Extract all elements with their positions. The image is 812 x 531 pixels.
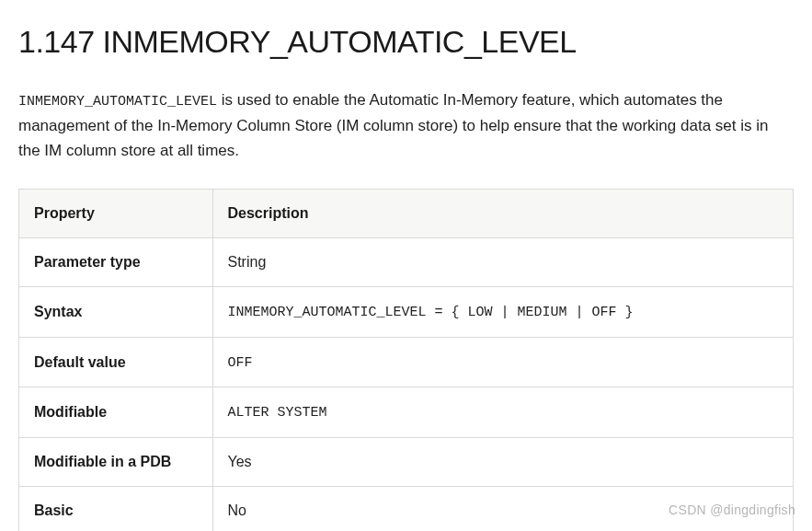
cell-property: Syntax <box>19 287 213 338</box>
col-header-property: Property <box>19 190 213 238</box>
table-row: Default value OFF <box>19 337 794 387</box>
table-row: Syntax INMEMORY_AUTOMATIC_LEVEL = { LOW … <box>19 287 794 338</box>
table-row: Basic No <box>19 486 794 531</box>
property-table: Property Description Parameter type Stri… <box>18 189 794 531</box>
cell-value: Yes <box>212 437 794 486</box>
cell-value: ALTER SYSTEM <box>212 387 794 438</box>
col-header-description: Description <box>212 190 794 238</box>
cell-value: String <box>212 238 794 287</box>
table-row: Modifiable in a PDB Yes <box>19 437 794 486</box>
cell-property: Modifiable in a PDB <box>19 437 213 486</box>
intro-code: INMEMORY_AUTOMATIC_LEVEL <box>18 94 217 110</box>
cell-property: Basic <box>19 486 213 531</box>
cell-value: OFF <box>212 337 794 387</box>
cell-property: Parameter type <box>19 238 213 287</box>
cell-value: INMEMORY_AUTOMATIC_LEVEL = { LOW | MEDIU… <box>212 287 794 338</box>
page-heading: 1.147 INMEMORY_AUTOMATIC_LEVEL <box>18 18 794 65</box>
intro-paragraph: INMEMORY_AUTOMATIC_LEVEL is used to enab… <box>18 87 794 163</box>
table-row: Modifiable ALTER SYSTEM <box>19 387 794 438</box>
table-header-row: Property Description <box>19 190 794 238</box>
cell-property: Modifiable <box>19 387 213 438</box>
cell-value: No <box>212 486 794 531</box>
cell-property: Default value <box>19 337 213 387</box>
table-row: Parameter type String <box>19 238 794 287</box>
